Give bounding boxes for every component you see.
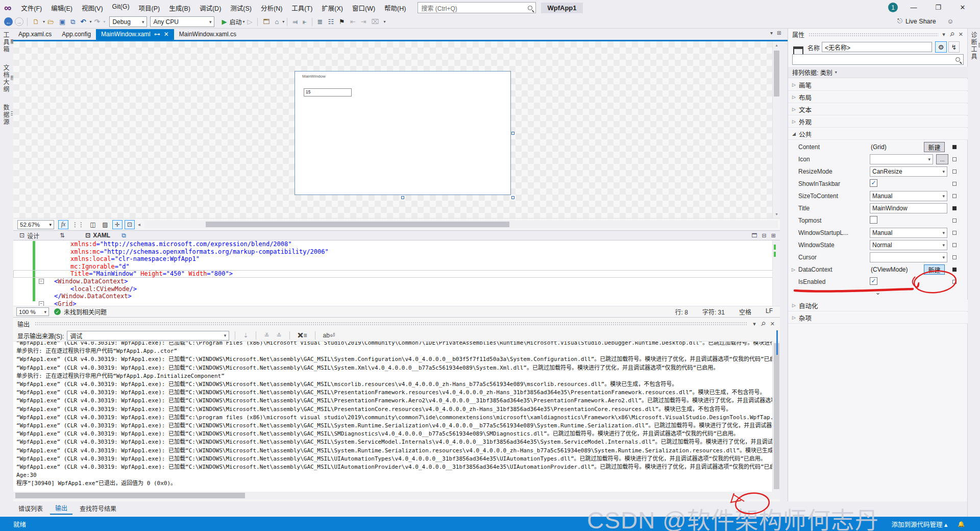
menu-item-8[interactable]: 分析(N) bbox=[256, 1, 287, 15]
outline-expand-icon[interactable]: ⫦ bbox=[301, 17, 308, 27]
tab-xaml[interactable]: ⊡ XAML bbox=[79, 231, 116, 239]
xaml-line-8[interactable]: </Window.DataContext> bbox=[13, 293, 780, 300]
show-grid-icon[interactable]: ⋮⋮ bbox=[70, 220, 86, 229]
comment-icon[interactable]: ≣ bbox=[315, 17, 325, 27]
feedback-icon[interactable]: ☺ bbox=[947, 18, 954, 25]
selection-handle-bottom[interactable] bbox=[401, 196, 404, 199]
sidebar-tab-diagnostics[interactable]: ▥ 诊断工具 bbox=[968, 29, 980, 63]
xaml-line-1[interactable]: xmlns:d="http://schemas.microsoft.com/ex… bbox=[13, 240, 780, 248]
scrollbar-thumb[interactable] bbox=[206, 222, 509, 227]
outline-collapse-icon[interactable]: ⫤ bbox=[290, 17, 300, 27]
properties-search-box[interactable] bbox=[792, 54, 964, 65]
category-common[interactable]: ◢公共 bbox=[788, 128, 968, 140]
menu-item-7[interactable]: 测试(S) bbox=[226, 1, 256, 15]
tab-list-icon[interactable]: ▾ bbox=[770, 30, 773, 36]
property-marker[interactable] bbox=[952, 231, 957, 235]
navigate-home-icon[interactable]: ⌂ bbox=[273, 17, 281, 27]
next-bookmark-icon[interactable]: ⇥ bbox=[359, 17, 369, 27]
tab-overflow-controls[interactable]: ▾ ⊞ bbox=[770, 30, 781, 36]
doc-tab-0[interactable]: App.xaml.cs bbox=[13, 29, 57, 40]
snap-grid-icon[interactable]: ◫ bbox=[88, 220, 98, 229]
popout-pane-icon[interactable]: ⧉ bbox=[121, 232, 126, 239]
start-debug-label[interactable]: 启动 bbox=[229, 17, 241, 26]
category-文本[interactable]: ▷文本 bbox=[788, 104, 968, 115]
window-position-icon[interactable]: ▾ bbox=[753, 321, 756, 327]
menu-item-12[interactable]: 帮助(H) bbox=[380, 1, 410, 15]
prev-message-icon[interactable]: ≚ bbox=[264, 332, 269, 339]
category-外观[interactable]: ▷外观 bbox=[788, 116, 968, 128]
output-vertical-scrollbar[interactable] bbox=[772, 341, 780, 492]
editor-zoom-dropdown[interactable]: 100 %▾ bbox=[16, 307, 49, 316]
undo-icon[interactable]: ↶ bbox=[79, 17, 88, 27]
menu-item-4[interactable]: 项目(P) bbox=[134, 1, 165, 15]
property-marker[interactable] bbox=[952, 170, 957, 174]
output-horizontal-scrollbar[interactable] bbox=[13, 492, 780, 499]
property-marker[interactable] bbox=[952, 182, 957, 186]
scrollbar-thumb[interactable] bbox=[774, 51, 779, 96]
prev-bookmark-icon[interactable]: ⇤ bbox=[348, 17, 358, 27]
xaml-code-editor[interactable]: xmlns:d="http://schemas.microsoft.com/ex… bbox=[13, 240, 780, 306]
find-in-files-icon[interactable]: 🗔 bbox=[261, 17, 272, 27]
toolbar-overflow-icon[interactable]: ▾ bbox=[384, 19, 386, 24]
tab-design[interactable]: ⊡ 设计 bbox=[13, 231, 45, 240]
design-window-preview[interactable]: MainWindow 15 bbox=[295, 71, 511, 195]
output-text-area[interactable]: “WpfApp1.exe” (CLR v4.0.30319: WpfApp1.e… bbox=[13, 341, 772, 492]
property-marker[interactable] bbox=[952, 280, 957, 284]
minimize-button[interactable]: — bbox=[902, 0, 925, 14]
clear-all-icon[interactable]: 🗙≡ bbox=[298, 332, 307, 339]
redo-icon[interactable]: ↷ bbox=[92, 17, 102, 27]
prop-checkbox-ShowInTaskbar[interactable]: ✓ bbox=[870, 179, 877, 187]
editor-vertical-scrollbar[interactable] bbox=[772, 240, 780, 306]
doc-tab-1[interactable]: App.config bbox=[57, 29, 96, 40]
eol-mode[interactable]: LF bbox=[766, 307, 773, 316]
xaml-line-2[interactable]: xmlns:mc="http://schemas.openxmlformats.… bbox=[13, 248, 780, 256]
find-message-icon[interactable]: ⇣ bbox=[243, 332, 248, 339]
xaml-line-7[interactable]: <local:CViewMode/> bbox=[13, 285, 780, 293]
designer-horizontal-scrollbar[interactable] bbox=[144, 221, 778, 228]
property-marker[interactable] bbox=[952, 243, 957, 247]
menu-item-6[interactable]: 调试(D) bbox=[195, 1, 226, 15]
category-杂项[interactable]: ▷杂项 bbox=[788, 312, 968, 324]
menu-item-5[interactable]: 生成(B) bbox=[164, 1, 195, 15]
properties-mode-icon[interactable]: ⚙ bbox=[935, 41, 947, 53]
xaml-line-6[interactable]: −<Window.DataContext> bbox=[13, 278, 780, 285]
effects-toggle-icon[interactable]: fx bbox=[58, 220, 68, 229]
quick-search-box[interactable]: 搜索 (Ctrl+Q) bbox=[418, 2, 536, 13]
doc-tab-2[interactable]: MainWindow.xaml⊶✕ bbox=[96, 29, 174, 40]
xaml-line-4[interactable]: mc:Ignorable="d" bbox=[13, 263, 780, 271]
save-icon[interactable]: ▣ bbox=[57, 17, 67, 27]
property-marker[interactable] bbox=[952, 219, 957, 223]
doc-tab-3[interactable]: MainWindow.xaml.cs bbox=[174, 29, 241, 40]
selection-handle-corner[interactable] bbox=[511, 196, 514, 199]
prop-combo-Icon[interactable]: ▾ bbox=[870, 154, 933, 164]
navigate-back-icon[interactable]: ← bbox=[4, 17, 13, 26]
start-debug-icon[interactable]: ▶ bbox=[219, 17, 229, 27]
prop-checkbox-Topmost[interactable] bbox=[870, 216, 877, 224]
prop-text-Title[interactable]: MainWindow bbox=[870, 203, 947, 213]
prop-combo-SizeToContent[interactable]: Manual▾ bbox=[870, 191, 947, 201]
close-button[interactable]: ✕ bbox=[951, 0, 974, 14]
new-instance-button-Content[interactable]: 新建 bbox=[924, 142, 945, 152]
menu-item-11[interactable]: 窗口(W) bbox=[348, 1, 380, 15]
events-mode-icon[interactable]: ↯ bbox=[948, 41, 960, 53]
menu-item-2[interactable]: 视图(V) bbox=[77, 1, 108, 15]
prop-combo-WindowStartupL...[interactable]: Manual▾ bbox=[870, 228, 947, 238]
new-project-icon[interactable]: 🗋 bbox=[31, 17, 41, 27]
uncomment-icon[interactable]: ☷ bbox=[326, 17, 336, 27]
element-name-input[interactable]: <无名称> bbox=[822, 42, 932, 52]
indent-mode[interactable]: 空格 bbox=[739, 307, 751, 316]
close-panel-icon[interactable]: ✕ bbox=[959, 31, 963, 38]
swap-panes-icon[interactable]: ⇅ bbox=[60, 232, 65, 239]
scrollbar-thumb[interactable] bbox=[774, 343, 779, 489]
next-message-icon[interactable]: ≛ bbox=[276, 332, 281, 339]
selection-handle-right[interactable] bbox=[511, 132, 514, 135]
pin-icon[interactable]: ⚲ bbox=[948, 31, 955, 38]
solution-config-dropdown[interactable]: Debug▾ bbox=[109, 16, 147, 27]
properties-header[interactable]: 属性 ▾ ⚲ ✕ bbox=[788, 29, 967, 40]
menu-item-3[interactable]: Git(G) bbox=[108, 1, 134, 15]
menu-item-9[interactable]: 工具(T) bbox=[287, 1, 317, 15]
prop-checkbox-IsEnabled[interactable]: ✓ bbox=[870, 277, 877, 285]
platform-dropdown[interactable]: Any CPU▾ bbox=[150, 16, 214, 27]
xaml-line-3[interactable]: xmlns:local="clr-namespace:WpfApp1" bbox=[13, 255, 780, 263]
prop-combo-Cursor[interactable]: ▾ bbox=[870, 252, 947, 262]
